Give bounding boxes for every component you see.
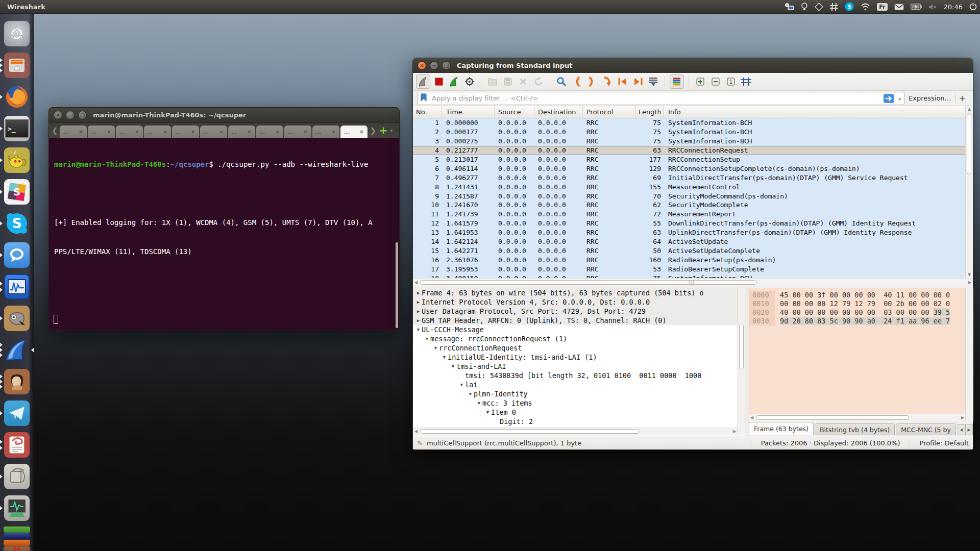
byte-tab[interactable]: MCC-MNC (5 by xyxy=(896,423,956,435)
detail-row[interactable]: ▼initialUE-Identity: tmsi-and-LAI (1) xyxy=(413,353,745,362)
scroll-right-icon[interactable]: ▶ xyxy=(967,279,973,286)
packet-row-10[interactable]: 101.2416700.0.0.00.0.0.0RRC62SecurityMod… xyxy=(413,201,973,210)
filter-dropdown-caret-icon[interactable]: ▾ xyxy=(898,96,901,102)
tab-close-icon[interactable]: ✕ xyxy=(163,129,167,135)
detail-row[interactable]: ▶GSM TAP Header, ARFCN: 0 (Uplink), TS: … xyxy=(413,316,745,325)
sixty-four-sliver[interactable]: 64 xyxy=(4,546,30,551)
auto-scroll-icon[interactable] xyxy=(647,75,660,88)
reload-icon[interactable] xyxy=(532,75,545,88)
waveform-monitor-button[interactable] xyxy=(3,272,31,301)
packet-details-pane[interactable]: ▶Frame 4: 63 bytes on wire (504 bits), 6… xyxy=(413,288,745,436)
gimp-button[interactable] xyxy=(3,304,31,333)
capture-options-icon[interactable] xyxy=(463,75,476,88)
packet-row-16[interactable]: 162.3610760.0.0.00.0.0.0RRC160RadioBeare… xyxy=(413,255,973,264)
scroll-up-icon[interactable]: ▲ xyxy=(966,106,973,112)
packet-row-1[interactable]: 10.0000000.0.0.00.0.0.0RRC75SystemInform… xyxy=(413,118,973,128)
dash-home-button[interactable] xyxy=(3,19,31,48)
file-manager-button[interactable] xyxy=(3,51,31,80)
profile-indicator[interactable]: Profile: Default xyxy=(920,439,969,447)
telegram-button[interactable] xyxy=(3,399,31,428)
expression-button[interactable]: Expression… xyxy=(909,94,951,102)
details-vscrollbar[interactable] xyxy=(738,288,745,435)
packet-list[interactable]: 10.0000000.0.0.00.0.0.0RRC75SystemInform… xyxy=(413,118,973,278)
packet-row-5[interactable]: 50.2130170.0.0.00.0.0.0RRC177RRCConnecti… xyxy=(413,155,973,164)
maximize-icon[interactable]: ▢ xyxy=(78,111,87,119)
apply-filter-icon[interactable] xyxy=(884,94,894,105)
new-tab-button[interactable]: + xyxy=(378,126,389,135)
terminal-tab[interactable]: ...✕ xyxy=(256,126,283,138)
collapse-arrow-icon[interactable]: ▼ xyxy=(441,353,448,362)
firefox-button[interactable] xyxy=(3,83,31,111)
detail-row[interactable]: ▼mcc: 3 items xyxy=(413,398,745,408)
battery-charging-icon[interactable] xyxy=(911,4,922,10)
column-header-no[interactable]: No. xyxy=(413,106,442,118)
detail-row[interactable]: ▼UL-CCCH-Message xyxy=(413,325,745,334)
tab-list-caret-icon[interactable]: ▾ xyxy=(389,128,393,133)
packet-row-12[interactable]: 121.6415790.0.0.00.0.0.0RRC55DownlinkDir… xyxy=(413,219,973,228)
scroll-left-icon[interactable]: ◀ xyxy=(413,428,419,435)
resize-columns-icon[interactable] xyxy=(740,75,753,88)
scroll-right-icon[interactable]: ▶ xyxy=(731,428,738,435)
detail-row[interactable]: ▶Internet Protocol Version 4, Src: 0.0.0… xyxy=(413,297,745,307)
packet-list-vscrollbar[interactable]: ▲ ▼ xyxy=(965,106,973,278)
tab-scroll-left-icon[interactable]: ❮ xyxy=(50,126,60,135)
save-file-icon[interactable] xyxy=(501,75,514,88)
colorize-icon[interactable] xyxy=(670,74,684,89)
column-header-protocol[interactable]: Protocol xyxy=(583,106,636,118)
skype-icon[interactable]: S xyxy=(845,2,854,11)
keyboard-layout-indicator[interactable]: Fr xyxy=(877,3,887,11)
display-filter-field[interactable]: ▾ xyxy=(417,92,904,105)
display-settings-icon[interactable] xyxy=(784,3,794,11)
byte-tab[interactable]: Frame (63 bytes) xyxy=(749,422,814,435)
tab-scroll-icon[interactable]: ▶ xyxy=(965,424,973,435)
bytes-hscrollbar[interactable]: ◀ ▶ xyxy=(749,414,966,421)
hex-row-0010[interactable]: 001000 00 00 00 12 79 12 79 00 2b 00 00 … xyxy=(749,299,973,308)
details-hscrollbar[interactable]: ◀ ▶ xyxy=(413,428,738,435)
terminal-tab[interactable]: ...✕ xyxy=(116,126,143,138)
tab-close-icon[interactable]: ✕ xyxy=(359,129,363,135)
packet-row-18[interactable]: 183.4001500.0.0.00.0.0.0RRC75SystemInfor… xyxy=(413,273,973,278)
filter-bookmark-icon[interactable] xyxy=(421,93,427,104)
portrait-app-button[interactable] xyxy=(3,367,31,396)
zoom-in-icon[interactable] xyxy=(694,75,707,88)
terminal-tab[interactable]: ...✕ xyxy=(200,126,227,138)
terminal-tab[interactable]: ...✕ xyxy=(88,126,115,138)
tab-scroll-icon[interactable]: ◀ xyxy=(958,424,965,435)
hex-row-0020[interactable]: 002040 00 00 00 00 00 00 00 03 00 00 00 … xyxy=(749,308,973,317)
terminal-tab[interactable]: ...✕ xyxy=(172,126,199,138)
detail-row[interactable]: ▼Item 0 xyxy=(413,408,745,417)
collapse-arrow-icon[interactable]: ▼ xyxy=(458,380,465,389)
tab-close-icon[interactable]: ✕ xyxy=(191,129,195,135)
goto-packet-icon[interactable] xyxy=(601,75,614,88)
wireshark-button[interactable] xyxy=(3,336,31,364)
maximize-icon[interactable]: ▢ xyxy=(442,61,451,70)
tab-close-icon[interactable]: ✕ xyxy=(135,129,139,135)
lightbulb-icon[interactable] xyxy=(801,3,808,11)
terminal-tab[interactable]: ...✕ xyxy=(312,126,339,138)
close-icon[interactable]: ✕ xyxy=(418,61,426,70)
expert-info-icon[interactable]: ✎ xyxy=(417,439,423,447)
packet-row-3[interactable]: 30.0002750.0.0.00.0.0.0RRC75SystemInform… xyxy=(413,137,973,146)
packet-row-17[interactable]: 173.1959530.0.0.00.0.0.0RRC53RadioBearer… xyxy=(413,264,973,273)
slack-button[interactable]: S xyxy=(3,178,31,206)
terminal-tab[interactable]: ...✕ xyxy=(60,126,87,138)
collapse-arrow-icon[interactable]: ▼ xyxy=(415,325,422,334)
tab-close-icon[interactable]: ✕ xyxy=(275,129,279,135)
terminal-tab[interactable]: ...✕ xyxy=(228,126,255,138)
scroll-left-icon[interactable]: ◀ xyxy=(413,279,419,286)
packet-row-15[interactable]: 151.6422710.0.0.00.0.0.0RRC50ActiveSetUp… xyxy=(413,246,973,255)
power-icon[interactable] xyxy=(969,3,977,11)
byte-tab[interactable]: Bitstring tvb (4 bytes) xyxy=(815,423,895,435)
detail-row[interactable]: ▼plmn-Identity xyxy=(413,389,745,398)
stop-capture-icon[interactable] xyxy=(432,75,446,88)
previous-packet-icon[interactable] xyxy=(570,75,583,88)
terminal-button[interactable]: >_ xyxy=(3,114,31,143)
expand-arrow-icon[interactable]: ▶ xyxy=(415,297,422,307)
detail-row[interactable]: ▶Frame 4: 63 bytes on wire (504 bits), 6… xyxy=(413,288,745,297)
expand-arrow-icon[interactable]: ▶ xyxy=(415,288,422,297)
terminal-scrollbar[interactable] xyxy=(396,137,398,328)
zoom-out-icon[interactable] xyxy=(709,75,722,88)
document-viewer-button[interactable] xyxy=(3,431,31,459)
detail-row[interactable]: ▼tmsi-and-LAI xyxy=(413,362,745,371)
detail-row[interactable]: ▼message: rrcConnectionRequest (1) xyxy=(413,334,745,343)
